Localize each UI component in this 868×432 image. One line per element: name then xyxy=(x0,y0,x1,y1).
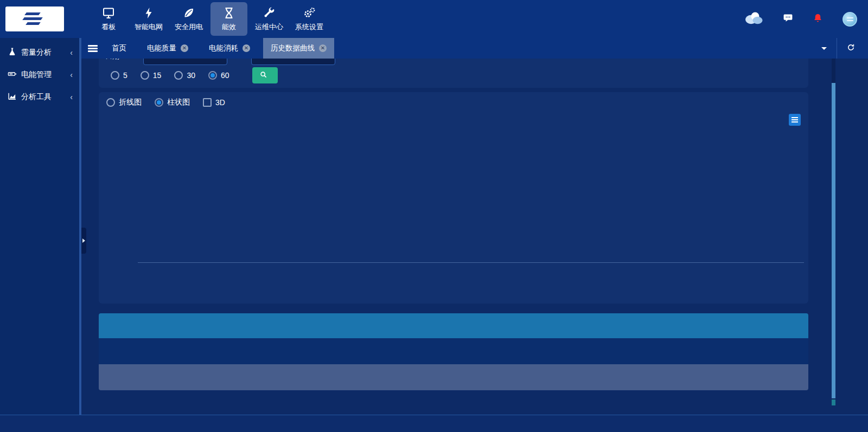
table-row xyxy=(99,338,808,364)
sidebar-toggle-button[interactable] xyxy=(81,38,104,59)
sidebar-item-analysis-tools[interactable]: 分析工具‹ xyxy=(0,86,79,108)
close-icon[interactable]: ✕ xyxy=(242,44,250,52)
nav-item-label: 能效 xyxy=(222,22,236,32)
wrench-icon xyxy=(263,7,276,20)
tab-energy-consumption[interactable]: 电能消耗✕ xyxy=(201,38,258,59)
announcement-button[interactable] xyxy=(783,13,796,25)
interval-option-60[interactable]: 60 xyxy=(208,71,229,80)
chart-type-label: 3D xyxy=(215,98,225,107)
tab-history-curve[interactable]: 历史数据曲线✕ xyxy=(263,38,334,59)
radio-icon xyxy=(111,71,119,80)
tab-label: 历史数据曲线 xyxy=(271,43,315,53)
hourglass-icon xyxy=(222,7,235,20)
speech-bubble-icon xyxy=(783,13,793,25)
nav-item-label: 看板 xyxy=(101,22,116,32)
chart-type-option-3D[interactable]: 3D xyxy=(203,98,225,107)
chevron-left-icon: ‹ xyxy=(70,93,73,101)
tab-label: 电能消耗 xyxy=(209,43,238,53)
tab-label: 电能质量 xyxy=(147,43,176,53)
header-nav: 看板智能电网安全用电能效运维中心系统设置 xyxy=(90,0,328,38)
chevron-left-icon: ‹ xyxy=(70,48,73,57)
table-header-row xyxy=(99,313,808,338)
query-panel: 日期 5153060 xyxy=(99,59,808,88)
gears-icon xyxy=(303,7,316,20)
interval-option-30[interactable]: 30 xyxy=(174,71,195,80)
area-chart-icon xyxy=(8,92,17,102)
alerts-button[interactable] xyxy=(813,13,826,25)
refresh-button[interactable] xyxy=(837,43,868,53)
nav-item-label: 智能电网 xyxy=(135,22,163,32)
battery-icon xyxy=(8,69,17,80)
tab-home[interactable]: 首页 xyxy=(104,38,134,59)
chart-plot xyxy=(138,133,804,263)
chart-y-axis xyxy=(99,133,133,263)
radio-icon xyxy=(208,71,217,80)
nav-item-label: 安全用电 xyxy=(175,22,203,32)
date-range-row: 日期 xyxy=(105,59,808,65)
sidebar-item-label: 需量分析 xyxy=(21,48,66,57)
sidebar-collapse-handle[interactable] xyxy=(81,228,86,254)
chart-x-axis xyxy=(138,267,804,276)
nav-item-smart-grid[interactable]: 智能电网 xyxy=(130,2,167,36)
nav-item-system-settings[interactable]: 系统设置 xyxy=(291,2,328,36)
avatar xyxy=(843,12,857,27)
tab-operations-dropdown[interactable] xyxy=(808,47,837,50)
chart-type-label: 折线图 xyxy=(119,98,142,107)
start-date-input[interactable] xyxy=(143,59,227,65)
radio-icon xyxy=(174,71,183,80)
interval-option-label: 15 xyxy=(153,71,162,80)
search-button[interactable] xyxy=(252,67,278,83)
nav-item-safe-power[interactable]: 安全用电 xyxy=(170,2,207,36)
refresh-icon xyxy=(847,43,855,53)
interval-option-label: 60 xyxy=(221,71,229,80)
user-menu[interactable] xyxy=(843,12,860,27)
end-date-input[interactable] xyxy=(251,59,335,65)
search-icon xyxy=(260,71,267,80)
nav-item-label: 系统设置 xyxy=(295,22,323,32)
scrollbar-cap xyxy=(832,399,835,405)
close-icon[interactable]: ✕ xyxy=(181,44,188,52)
interval-option-label: 5 xyxy=(123,71,127,80)
chart-menu-button[interactable] xyxy=(789,114,801,126)
header: 看板智能电网安全用电能效运维中心系统设置 xyxy=(0,0,868,38)
chart-type-option-柱状图[interactable]: 柱状图 xyxy=(155,98,190,107)
lightning-icon xyxy=(142,7,155,20)
nav-item-label: 运维中心 xyxy=(255,22,283,32)
footer xyxy=(0,415,868,432)
tab-bar: 首页电能质量✕电能消耗✕历史数据曲线✕ xyxy=(80,38,868,59)
cloud-icon xyxy=(744,10,763,28)
nav-item-dashboard[interactable]: 看板 xyxy=(90,2,127,36)
interval-option-15[interactable]: 15 xyxy=(141,71,162,80)
date-label: 日期 xyxy=(105,59,119,65)
interval-option-label: 30 xyxy=(187,71,195,80)
logo-icon xyxy=(23,12,44,26)
data-table xyxy=(99,313,808,390)
sidebar-item-energy-mgmt[interactable]: 电能管理‹ xyxy=(0,63,79,86)
sidebar-item-demand-analysis[interactable]: 需量分析‹ xyxy=(0,41,79,63)
interval-row: 5153060 xyxy=(105,67,808,83)
bell-icon xyxy=(813,13,823,25)
leaf-icon xyxy=(182,7,195,20)
weather-widget[interactable] xyxy=(744,10,767,28)
nav-item-energy-efficiency[interactable]: 能效 xyxy=(210,2,247,36)
checkbox-icon xyxy=(203,98,212,107)
chart-type-options: 折线图柱状图3D xyxy=(106,98,238,107)
header-right xyxy=(744,0,860,38)
chart-type-option-折线图[interactable]: 折线图 xyxy=(106,98,142,107)
sidebar: 需量分析‹电能管理‹分析工具‹ xyxy=(0,38,80,415)
tab-power-quality[interactable]: 电能质量✕ xyxy=(139,38,196,59)
sidebar-item-label: 分析工具 xyxy=(21,92,66,102)
scrollbar-thumb[interactable] xyxy=(832,83,835,398)
radio-icon xyxy=(155,98,163,107)
interval-options: 5153060 xyxy=(111,71,242,80)
caret-down-icon xyxy=(821,47,827,50)
vertical-scrollbar[interactable] xyxy=(832,59,835,405)
chart-type-label: 柱状图 xyxy=(167,98,190,107)
close-icon[interactable]: ✕ xyxy=(319,44,327,52)
interval-option-5[interactable]: 5 xyxy=(111,71,127,80)
monitor-icon xyxy=(102,7,115,20)
tab-label: 首页 xyxy=(112,43,126,53)
nav-item-ops-center[interactable]: 运维中心 xyxy=(251,2,288,36)
chart-panel: 折线图柱状图3D xyxy=(99,92,808,304)
chevron-left-icon: ‹ xyxy=(70,70,73,79)
